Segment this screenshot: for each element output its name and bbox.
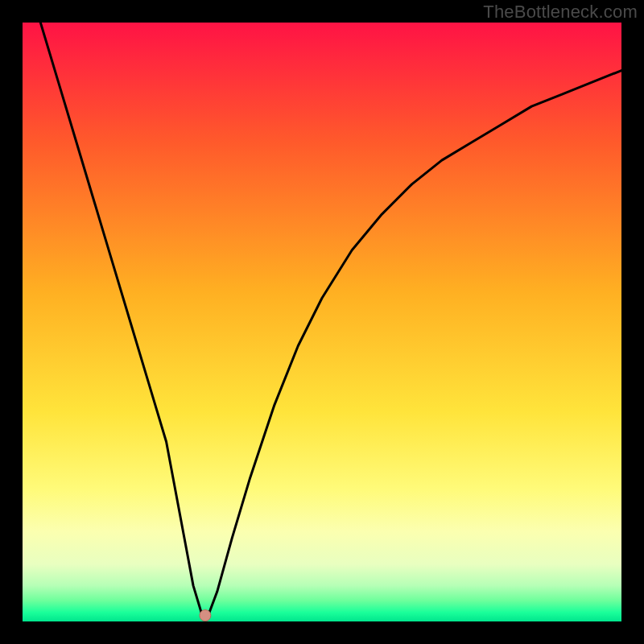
gradient-background (23, 23, 621, 621)
plot-area (23, 23, 621, 621)
minimum-marker (200, 610, 211, 621)
chart-svg (23, 23, 621, 621)
chart-frame: TheBottleneck.com (0, 0, 644, 644)
watermark-text: TheBottleneck.com (483, 2, 638, 23)
